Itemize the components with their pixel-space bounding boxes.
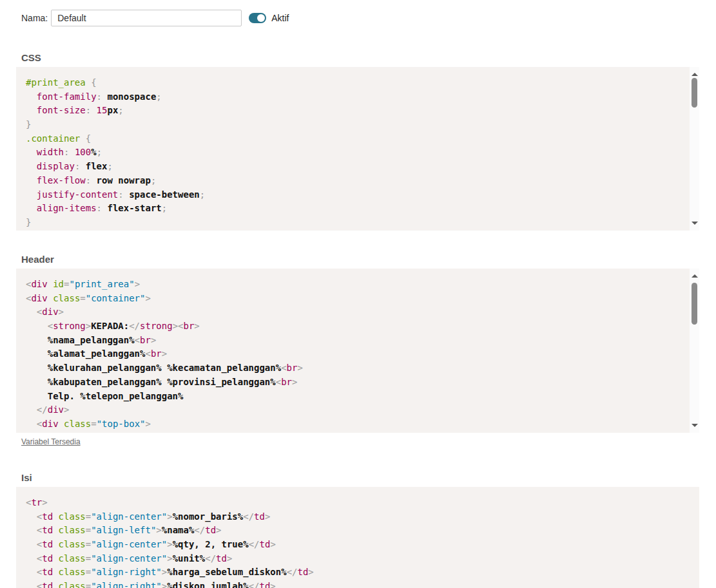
active-label: Aktif xyxy=(271,13,289,23)
header-code-editor[interactable]: <div id="print_area"><div class="contain… xyxy=(16,269,699,433)
name-row: Nama: Aktif xyxy=(16,10,700,26)
css-section-heading: CSS xyxy=(21,53,700,62)
name-input[interactable] xyxy=(51,10,242,26)
scroll-up-icon[interactable] xyxy=(692,73,698,76)
scroll-down-icon[interactable] xyxy=(692,424,698,427)
scrollbar-thumb[interactable] xyxy=(692,78,697,108)
isi-code-editor[interactable]: <tr> <td class="align-center">%nomor_bar… xyxy=(16,487,699,588)
toggle-knob-icon xyxy=(257,14,265,22)
scroll-up-icon[interactable] xyxy=(692,274,698,278)
css-code-editor[interactable]: #print_area { font-family: monospace; fo… xyxy=(16,67,699,231)
name-label: Nama: xyxy=(21,13,48,23)
header-section: Header <div id="print_area"><div class="… xyxy=(16,254,700,447)
isi-section: Isi <tr> <td class="align-center">%nomor… xyxy=(16,473,700,588)
header-editor-scrollbar[interactable] xyxy=(690,269,699,433)
available-variables-link[interactable]: Variabel Tersedia xyxy=(21,437,81,446)
css-editor-scrollbar[interactable] xyxy=(690,67,699,231)
template-editor-page: Nama: Aktif CSS #print_area { font-famil… xyxy=(0,0,716,588)
scroll-down-icon[interactable] xyxy=(692,222,698,225)
active-toggle[interactable] xyxy=(249,13,266,23)
css-code[interactable]: #print_area { font-family: monospace; fo… xyxy=(26,76,690,230)
isi-section-heading: Isi xyxy=(21,473,700,482)
header-section-heading: Header xyxy=(21,254,700,264)
scrollbar-thumb[interactable] xyxy=(692,283,697,325)
header-code[interactable]: <div id="print_area"><div class="contain… xyxy=(26,278,690,432)
css-section: CSS #print_area { font-family: monospace… xyxy=(16,53,700,231)
isi-code[interactable]: <tr> <td class="align-center">%nomor_bar… xyxy=(26,496,690,588)
